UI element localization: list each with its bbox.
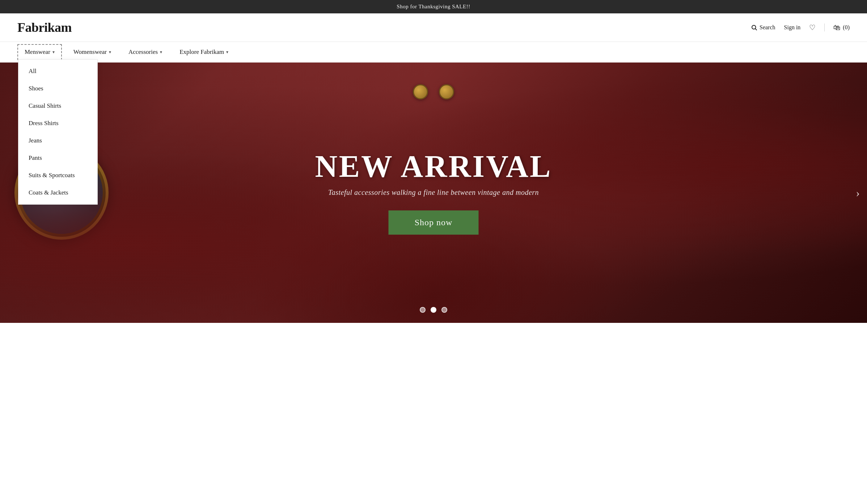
nav-label-explore: Explore Fabrikam bbox=[179, 48, 224, 56]
wishlist-button[interactable]: ♡ bbox=[809, 23, 816, 32]
nav-item-accessories[interactable]: Accessories ▾ bbox=[120, 42, 171, 62]
dropdown-item-pants[interactable]: Pants bbox=[18, 149, 97, 167]
header: Fabrikam Search Sign in ♡ 🛍 (0) bbox=[0, 13, 867, 42]
carousel-dot-3[interactable] bbox=[441, 307, 447, 313]
signin-label: Sign in bbox=[784, 24, 801, 31]
hero-content: NEW ARRIVAL Tasteful accessories walking… bbox=[315, 151, 552, 235]
nav-item-explore[interactable]: Explore Fabrikam ▾ bbox=[171, 42, 237, 62]
nav-item-menswear[interactable]: Menswear ▾ All Shoes Casual Shirts Dress… bbox=[17, 44, 62, 60]
search-icon bbox=[751, 24, 757, 31]
carousel-dots bbox=[420, 307, 447, 313]
nav-label-menswear: Menswear bbox=[25, 48, 50, 56]
cart-count: (0) bbox=[843, 24, 850, 31]
carousel-dot-1[interactable] bbox=[420, 307, 426, 313]
carousel-next-button[interactable]: › bbox=[856, 186, 860, 200]
chevron-down-icon-womenswear: ▾ bbox=[109, 50, 111, 55]
signin-button[interactable]: Sign in bbox=[784, 24, 801, 31]
chevron-down-icon-accessories: ▾ bbox=[160, 50, 162, 55]
heart-icon: ♡ bbox=[809, 23, 816, 32]
search-label: Search bbox=[760, 24, 775, 31]
dropdown-item-casual-shirts[interactable]: Casual Shirts bbox=[18, 97, 97, 115]
hero-subtitle: Tasteful accessories walking a fine line… bbox=[315, 188, 552, 197]
shop-now-button[interactable]: Shop now bbox=[389, 210, 479, 235]
announcement-bar: Shop for Thanksgiving SALE!! bbox=[0, 0, 867, 13]
chevron-down-icon: ▾ bbox=[52, 50, 55, 55]
header-divider bbox=[824, 24, 825, 31]
bag-icon: 🛍 bbox=[833, 24, 841, 32]
nav-label-womenswear: Womenswear bbox=[73, 48, 107, 56]
dropdown-item-jeans[interactable]: Jeans bbox=[18, 132, 97, 149]
nav-label-accessories: Accessories bbox=[128, 48, 158, 56]
carousel-dot-2[interactable] bbox=[431, 307, 436, 313]
search-button[interactable]: Search bbox=[751, 24, 775, 31]
hero-section: NEW ARRIVAL Tasteful accessories walking… bbox=[0, 63, 867, 323]
svg-line-1 bbox=[755, 29, 757, 30]
menswear-dropdown: All Shoes Casual Shirts Dress Shirts Jea… bbox=[18, 59, 98, 205]
svg-point-0 bbox=[752, 25, 756, 29]
dropdown-item-all[interactable]: All bbox=[18, 63, 97, 80]
logo[interactable]: Fabrikam bbox=[17, 20, 72, 35]
cart-button[interactable]: 🛍 (0) bbox=[833, 24, 850, 32]
hero-title: NEW ARRIVAL bbox=[315, 151, 552, 182]
button-decoration-2 bbox=[439, 84, 454, 99]
dropdown-item-shoes[interactable]: Shoes bbox=[18, 80, 97, 97]
dropdown-item-dress-shirts[interactable]: Dress Shirts bbox=[18, 115, 97, 132]
main-nav: Menswear ▾ All Shoes Casual Shirts Dress… bbox=[0, 42, 867, 63]
jacket-buttons-decoration bbox=[413, 84, 454, 99]
header-actions: Search Sign in ♡ 🛍 (0) bbox=[751, 23, 850, 32]
button-decoration-1 bbox=[413, 84, 428, 99]
dropdown-item-suits[interactable]: Suits & Sportcoats bbox=[18, 167, 97, 184]
announcement-text: Shop for Thanksgiving SALE!! bbox=[397, 4, 470, 9]
chevron-down-icon-explore: ▾ bbox=[226, 50, 228, 55]
dropdown-item-coats[interactable]: Coats & Jackets bbox=[18, 184, 97, 201]
